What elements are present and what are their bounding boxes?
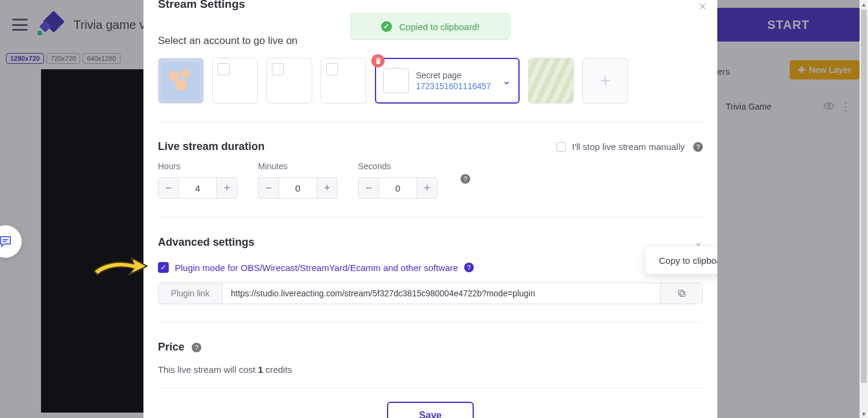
hours-decrement[interactable]: − — [159, 178, 179, 198]
duration-heading: Live stream duration — [158, 140, 265, 153]
trash-icon[interactable] — [371, 54, 385, 67]
save-button[interactable]: Save — [387, 402, 474, 418]
plugin-mode-label: Plugin mode for OBS/Wirecast/StreamYard/… — [175, 263, 458, 273]
modal-title: Stream Settings — [158, 0, 245, 11]
hours-stepper: − + — [158, 177, 237, 199]
seconds-input[interactable] — [379, 178, 417, 198]
hours-input[interactable] — [179, 178, 216, 198]
scroll-thumb[interactable] — [861, 10, 867, 383]
minutes-decrement[interactable]: − — [259, 178, 279, 198]
copy-button[interactable] — [660, 283, 702, 304]
minutes-input[interactable] — [279, 178, 316, 198]
minutes-label: Minutes — [258, 161, 338, 171]
plugin-link-input[interactable] — [222, 283, 660, 304]
price-line: This live stream will cost 1 credits — [158, 364, 703, 375]
manual-stop-label: I'll stop live stream manually — [572, 142, 685, 152]
plugin-mode-checkbox[interactable]: ✓ — [158, 262, 169, 273]
account-thumb — [383, 68, 409, 93]
hours-label: Hours — [158, 161, 237, 171]
help-icon[interactable]: ? — [461, 174, 470, 184]
toast: ✓ Copied to clipboard! — [350, 13, 510, 40]
manual-stop-checkbox[interactable] — [556, 142, 566, 152]
account-option-selected[interactable]: Secret page 1723151601116457 ⌄ — [375, 58, 520, 104]
seconds-increment[interactable]: + — [417, 178, 437, 198]
scroll-up-arrow[interactable]: ▲ — [860, 0, 868, 8]
account-id: 1723151601116457 — [416, 81, 491, 91]
seconds-decrement[interactable]: − — [359, 178, 379, 198]
advanced-toggle[interactable]: Advanced settings ⌄ — [158, 236, 703, 249]
help-icon[interactable]: ? — [192, 343, 201, 352]
account-option[interactable] — [212, 58, 258, 104]
svg-rect-2 — [678, 290, 683, 295]
account-name: Secret page — [416, 70, 491, 80]
vertical-scrollbar[interactable]: ▲ ▼ — [860, 0, 868, 418]
price-heading: Price — [158, 341, 184, 354]
account-option[interactable] — [266, 58, 312, 104]
minutes-stepper: − + — [258, 177, 338, 199]
help-icon[interactable]: ? — [693, 142, 703, 152]
account-option[interactable] — [528, 58, 574, 104]
scroll-down-arrow[interactable]: ▼ — [860, 410, 868, 418]
seconds-label: Seconds — [358, 161, 438, 171]
advanced-heading: Advanced settings — [158, 236, 254, 249]
add-account-button[interactable]: + — [582, 58, 628, 104]
seconds-stepper: − + — [358, 177, 438, 199]
chevron-down-icon[interactable]: ⌄ — [502, 74, 511, 87]
check-icon: ✓ — [381, 21, 392, 32]
help-icon[interactable]: ? — [464, 263, 474, 272]
toast-message: Copied to clipboard! — [399, 22, 479, 32]
plugin-link-label: Plugin link — [159, 283, 222, 304]
close-icon[interactable]: × — [699, 0, 706, 14]
account-option[interactable] — [321, 58, 366, 104]
minutes-increment[interactable]: + — [316, 178, 337, 198]
copy-tooltip: Copy to clipboard — [646, 247, 717, 274]
account-option[interactable] — [158, 58, 204, 104]
svg-rect-1 — [680, 292, 685, 296]
hours-increment[interactable]: + — [216, 178, 237, 198]
